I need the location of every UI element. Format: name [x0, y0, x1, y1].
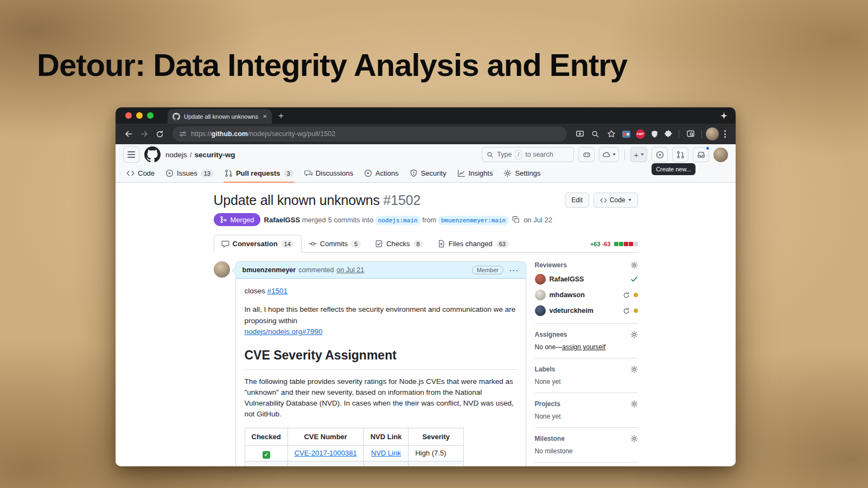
pull-requests-button[interactable] — [672, 147, 688, 162]
tab-commits[interactable]: Commits5 — [302, 235, 368, 252]
reviewer-avatar — [535, 290, 546, 300]
install-app-icon[interactable] — [572, 127, 587, 142]
checked-icon: ✓ — [263, 451, 270, 459]
nav-tab-insights[interactable]: Insights — [452, 169, 499, 182]
assign-yourself-link[interactable]: assign yourself — [562, 343, 605, 351]
merge-date: on Jul 22 — [524, 216, 552, 224]
reviewer-row[interactable]: RafaelGSS — [535, 274, 638, 285]
github-favicon-icon — [173, 113, 180, 120]
projects-empty: None yet — [535, 413, 638, 420]
close-window-button[interactable] — [125, 112, 132, 119]
site-settings-icon[interactable] — [179, 130, 187, 138]
back-button[interactable] — [121, 127, 136, 142]
robot-extension-icon[interactable] — [620, 127, 633, 140]
nvd-link[interactable]: NVD Link — [371, 465, 401, 466]
table-row: ✓ CVE-2017-1000381 NVD Link High (7.5) — [245, 446, 464, 461]
extensions-puzzle-icon[interactable] — [662, 127, 675, 140]
gear-icon[interactable] — [630, 435, 638, 442]
re-request-review-icon[interactable] — [623, 307, 630, 314]
nav-tab-issues[interactable]: Issues13 — [160, 169, 219, 182]
minimize-window-button[interactable] — [136, 112, 143, 119]
user-avatar[interactable] — [713, 147, 728, 162]
github-logo-icon[interactable] — [144, 146, 161, 163]
nav-tab-settings[interactable]: Settings — [498, 169, 546, 182]
copy-icon[interactable] — [512, 216, 520, 223]
cve-link[interactable]: CVE-2017-1000381 — [295, 449, 357, 457]
nodejs-org-link[interactable]: nodejs/nodejs.org#7990 — [245, 328, 323, 336]
url-bar[interactable]: https://github.com/nodejs/security-wg/pu… — [173, 126, 567, 142]
copilot-agents-dropdown[interactable] — [599, 147, 619, 162]
new-tab-button[interactable]: + — [278, 111, 284, 121]
window-controls — [125, 107, 154, 124]
issues-button[interactable] — [652, 147, 668, 162]
comment-timestamp-link[interactable]: on Jul 21 — [336, 266, 364, 274]
projects-title: Projects — [535, 400, 560, 408]
nav-tab-security[interactable]: Security — [404, 169, 452, 182]
pr-page-content: Update all known unknowns #1502 Edit Cod… — [214, 183, 638, 466]
bookmark-star-icon[interactable] — [604, 127, 618, 142]
edit-button[interactable]: Edit — [565, 192, 589, 208]
create-new-button[interactable]: + — [630, 147, 647, 162]
reviewer-row[interactable]: mhdawson — [535, 290, 638, 300]
cve-link[interactable]: CVE-2017-3731 — [301, 465, 351, 466]
comment-author-link[interactable]: bmuenzenmeyer — [242, 266, 296, 274]
pr-title: Update all known unknowns #1502 — [214, 192, 561, 208]
assignees-section: Assignees No one—assign yourself — [535, 331, 638, 358]
code-icon — [600, 197, 607, 204]
tab-close-icon[interactable]: × — [263, 113, 267, 120]
head-branch-chip[interactable]: bmuenzenmeyer:main — [438, 216, 508, 225]
base-branch-chip[interactable]: nodejs:main — [375, 216, 420, 225]
gear-icon[interactable] — [630, 261, 638, 269]
tab-conversation[interactable]: Conversation14 — [214, 235, 302, 253]
issue-1501-link[interactable]: #1501 — [267, 287, 288, 295]
shield-extension-icon[interactable] — [648, 127, 661, 140]
gear-icon[interactable] — [630, 365, 638, 373]
search-input[interactable]: Type / to search — [482, 147, 574, 162]
gear-icon[interactable] — [630, 331, 638, 338]
comment-author-avatar[interactable] — [214, 261, 230, 278]
copilot-button[interactable] — [578, 147, 595, 162]
milestone-section: Milestone No milestone — [535, 435, 638, 463]
deletions-count: -63 — [602, 241, 611, 247]
nav-tab-code[interactable]: Code — [121, 169, 160, 182]
reviewer-row[interactable]: vdeturckheim — [535, 305, 638, 316]
global-menu-button[interactable] — [123, 146, 139, 163]
forward-button[interactable] — [137, 127, 151, 142]
cve-table: Checked CVE Number NVD Link Severity — [245, 428, 464, 467]
maximize-window-button[interactable] — [147, 112, 154, 119]
adblock-plus-extension-icon[interactable]: ABP — [634, 127, 647, 140]
diff-blocks — [614, 242, 638, 246]
browser-profile-avatar[interactable] — [706, 127, 719, 140]
nav-tab-actions[interactable]: Actions — [359, 169, 404, 182]
cve-description: The following table provides severity ra… — [245, 376, 517, 420]
browser-tab[interactable]: Update all known unknowns b × — [168, 109, 272, 124]
slash-key-hint: / — [515, 150, 522, 159]
reviewers-title: Reviewers — [535, 261, 567, 269]
re-request-review-icon[interactable] — [623, 292, 630, 299]
code-button[interactable]: Code — [593, 192, 638, 208]
comment-menu-icon[interactable]: ··· — [509, 266, 519, 274]
breadcrumb-repo-link[interactable]: security-wg — [195, 151, 235, 159]
tab-files-changed[interactable]: Files changed63 — [430, 235, 516, 252]
browser-menu-icon[interactable] — [720, 130, 730, 138]
gear-icon[interactable] — [630, 400, 638, 408]
nvd-link[interactable]: NVD Link — [371, 449, 401, 457]
nav-tab-pull-requests[interactable]: Pull requests3 — [219, 169, 299, 182]
search-tabs-icon[interactable] — [683, 127, 698, 142]
slide-title: Detour: Data Integrity Analysis and Entr… — [37, 47, 627, 83]
reviewer-avatar — [535, 305, 546, 316]
reload-button[interactable] — [152, 127, 167, 142]
header-actions: Type / to search + — [482, 147, 728, 162]
tab-checks[interactable]: Checks8 — [368, 235, 430, 252]
inbox-button[interactable] — [693, 147, 709, 162]
pending-review-dot — [634, 309, 638, 313]
create-new-tooltip: Create new... — [652, 163, 695, 175]
closes-line: closes #1501 — [245, 286, 517, 297]
intro-paragraph: In all, I hope this better reflects the … — [245, 304, 517, 337]
breadcrumb-org-link[interactable]: nodejs — [165, 151, 187, 159]
zoom-icon[interactable] — [588, 127, 603, 142]
nav-tab-discussions[interactable]: Discussions — [299, 169, 359, 182]
merged-by-link[interactable]: RafaelGSS — [264, 216, 300, 224]
tab-organize-icon[interactable] — [720, 112, 727, 119]
pr-number: #1502 — [384, 192, 421, 208]
